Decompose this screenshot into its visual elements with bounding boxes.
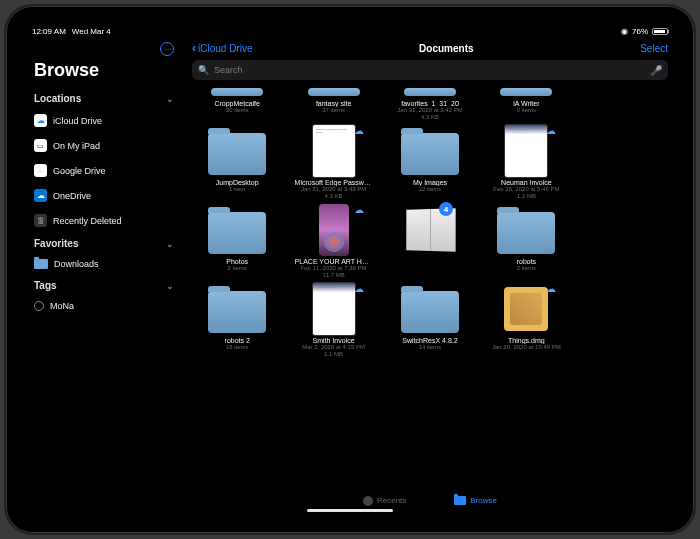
tags-header[interactable]: Tags ⌄ xyxy=(32,276,176,294)
file-meta: 0 items xyxy=(517,107,536,114)
cloud-download-icon: ☁ xyxy=(353,204,365,216)
file-item[interactable]: ━━━ ≡≡≡ ≡≡≡≡☁Smith InvoiceMar 2, 2020 at… xyxy=(288,283,378,358)
file-meta: Jan 20, 2020 at 10:49 PM xyxy=(492,344,561,351)
content-area: ‹ iCloud Drive Documents Select 🔍 Search… xyxy=(184,38,676,515)
file-meta: 2 items xyxy=(517,265,536,272)
file-meta: 4.3 KB xyxy=(325,193,343,200)
icloud-icon: ☁ xyxy=(34,114,47,127)
file-name: Microsoft Edge Passwords xyxy=(295,179,373,186)
file-thumbnail xyxy=(500,88,552,96)
status-date: Wed Mar 4 xyxy=(72,27,111,36)
wifi-icon: ◉ xyxy=(621,27,628,36)
status-time: 12:09 AM xyxy=(32,27,66,36)
sidebar-item-google-drive[interactable]: ▲ Google Drive xyxy=(32,159,176,182)
file-thumbnail xyxy=(319,204,349,256)
chevron-down-icon: ⌄ xyxy=(166,239,174,249)
sidebar-title: Browse xyxy=(32,60,176,87)
cloud-download-icon: ☁ xyxy=(545,283,557,295)
sidebar-item-recently-deleted[interactable]: 🗑 Recently Deleted xyxy=(32,209,176,232)
cloud-download-icon: ☁ xyxy=(353,125,365,137)
folder-icon xyxy=(34,259,48,269)
file-name: CroppMetcalfe xyxy=(214,100,260,107)
file-meta: 1.1 MB xyxy=(324,351,343,358)
file-thumbnail xyxy=(208,291,266,333)
file-meta: 1 item xyxy=(229,186,245,193)
file-item[interactable]: iA Writer0 items xyxy=(481,86,571,121)
file-thumbnail xyxy=(308,88,360,96)
chevron-down-icon: ⌄ xyxy=(166,94,174,104)
file-name: PLACE YOUR ART HE… xyxy=(295,258,373,265)
search-input[interactable]: 🔍 Search 🎤 xyxy=(192,60,668,80)
file-thumbnail: ≡≡≡≡≡≡ ≡≡≡≡≡ ≡≡≡≡≡≡ ≡≡≡≡ xyxy=(313,125,355,177)
tab-browse[interactable]: Browse xyxy=(454,496,497,505)
file-meta: 37 items xyxy=(322,107,345,114)
file-grid[interactable]: CroppMetcalfe30 itemsfantasy site37 item… xyxy=(184,86,676,489)
file-item[interactable]: robots 218 items xyxy=(192,283,282,358)
file-meta: 18 items xyxy=(226,344,249,351)
file-meta: Mar 2, 2020 at 4:15 PM xyxy=(302,344,365,351)
onedrive-icon: ☁ xyxy=(34,189,47,202)
file-item[interactable]: favorites_1_31_20Jan 31, 2020 at 3:42 PM… xyxy=(385,86,475,121)
sidebar-item-onedrive[interactable]: ☁ OneDrive xyxy=(32,184,176,207)
tag-icon xyxy=(34,301,44,311)
file-name: Smith Invoice xyxy=(313,337,355,344)
page-title: Documents xyxy=(252,43,640,54)
file-item[interactable]: 4 xyxy=(385,204,475,279)
file-item[interactable]: fantasy site37 items xyxy=(288,86,378,121)
file-item[interactable]: ☁PLACE YOUR ART HE…Feb 11, 2020 at 7:39 … xyxy=(288,204,378,279)
file-thumbnail xyxy=(208,212,266,254)
file-thumbnail xyxy=(208,133,266,175)
file-meta: Feb 11, 2020 at 7:39 PM xyxy=(301,265,367,272)
file-item[interactable]: My Images22 items xyxy=(385,125,475,200)
file-meta: Feb 26, 2020 at 5:46 PM xyxy=(493,186,559,193)
battery-percent: 76% xyxy=(632,27,648,36)
mic-icon[interactable]: 🎤 xyxy=(650,65,662,76)
file-thumbnail xyxy=(401,291,459,333)
battery-icon xyxy=(652,28,668,35)
file-item[interactable]: robots2 items xyxy=(481,204,571,279)
file-meta: 22 items xyxy=(419,186,442,193)
home-indicator[interactable] xyxy=(307,509,393,512)
file-name: Photos xyxy=(226,258,248,265)
file-thumbnail xyxy=(404,88,456,96)
file-meta: Jan 31, 2020 at 3:42 PM xyxy=(397,107,462,114)
chevron-down-icon: ⌄ xyxy=(166,281,174,291)
file-item[interactable]: Photos2 items xyxy=(192,204,282,279)
sidebar-item-on-my-ipad[interactable]: ▭ On My iPad xyxy=(32,134,176,157)
sidebar-item-tag-mona[interactable]: MoNa xyxy=(32,296,176,316)
tab-bar: Recents Browse xyxy=(184,489,676,515)
file-name: My Images xyxy=(413,179,447,186)
file-name: robots xyxy=(517,258,536,265)
file-name: JumpDesktop xyxy=(216,179,259,186)
favorites-header[interactable]: Favorites ⌄ xyxy=(32,234,176,252)
tab-recents[interactable]: Recents xyxy=(363,496,406,506)
ipad-icon: ▭ xyxy=(34,139,47,152)
trash-icon: 🗑 xyxy=(34,214,47,227)
file-name: SwitchResX 4.8.2 xyxy=(402,337,457,344)
clock-icon xyxy=(363,496,373,506)
file-meta: 4.3 KB xyxy=(421,114,439,121)
back-button[interactable]: ‹ iCloud Drive xyxy=(192,41,252,55)
sidebar-item-icloud-drive[interactable]: ☁ iCloud Drive xyxy=(32,109,176,132)
sidebar-item-downloads[interactable]: Downloads xyxy=(32,254,176,274)
file-thumbnail: ━━━ ≡≡≡ ≡≡≡≡ xyxy=(313,283,355,335)
more-options-icon[interactable]: ⋯ xyxy=(160,42,174,56)
cloud-download-icon: ☁ xyxy=(545,125,557,137)
file-name: favorites_1_31_20 xyxy=(401,100,459,107)
file-item[interactable]: CroppMetcalfe30 items xyxy=(192,86,282,121)
file-item[interactable]: ≡≡≡≡≡≡ ≡≡≡≡≡ ≡≡≡≡≡≡ ≡≡≡≡☁Microsoft Edge … xyxy=(288,125,378,200)
file-item[interactable]: ☁Things.dmgJan 20, 2020 at 10:49 PM xyxy=(481,283,571,358)
file-meta: 14 items xyxy=(419,344,442,351)
file-item[interactable]: JumpDesktop1 item xyxy=(192,125,282,200)
file-meta: 1.2 MB xyxy=(517,193,536,200)
file-item[interactable]: SwitchResX 4.8.214 items xyxy=(385,283,475,358)
file-meta: 11.7 MB xyxy=(322,272,344,279)
file-name: iA Writer xyxy=(513,100,539,107)
file-item[interactable]: ━━━ ≡≡≡ ≡≡≡≡☁Neuman InvoiceFeb 26, 2020 … xyxy=(481,125,571,200)
file-thumbnail xyxy=(401,133,459,175)
select-button[interactable]: Select xyxy=(640,43,668,54)
file-thumbnail xyxy=(504,287,548,331)
file-thumbnail: ━━━ ≡≡≡ ≡≡≡≡ xyxy=(505,125,547,177)
file-name: Neuman Invoice xyxy=(501,179,552,186)
locations-header[interactable]: Locations ⌄ xyxy=(32,89,176,107)
